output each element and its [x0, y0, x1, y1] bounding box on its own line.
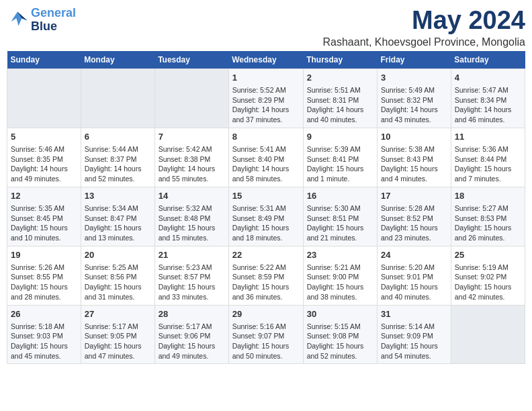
calendar-cell: 27Sunrise: 5:17 AM Sunset: 9:05 PM Dayli…: [81, 305, 154, 364]
day-number: 2: [307, 72, 373, 84]
day-number: 26: [11, 308, 77, 320]
day-number: 24: [381, 249, 447, 261]
day-number: 13: [85, 190, 151, 202]
day-number: 14: [159, 190, 225, 202]
calendar-cell: 28Sunrise: 5:17 AM Sunset: 9:06 PM Dayli…: [154, 305, 228, 364]
header-thursday: Thursday: [303, 51, 377, 69]
day-number: 7: [159, 131, 225, 143]
day-info: Sunrise: 5:27 AM Sunset: 8:53 PM Dayligh…: [455, 203, 521, 243]
logo-text: General Blue: [31, 7, 76, 34]
calendar-cell: 25Sunrise: 5:19 AM Sunset: 9:02 PM Dayli…: [451, 246, 525, 305]
header-sunday: Sunday: [7, 51, 81, 69]
day-info: Sunrise: 5:42 AM Sunset: 8:38 PM Dayligh…: [159, 144, 225, 184]
calendar-cell: 10Sunrise: 5:38 AM Sunset: 8:43 PM Dayli…: [378, 128, 451, 187]
day-number: 17: [381, 190, 447, 202]
calendar-cell: 17Sunrise: 5:28 AM Sunset: 8:52 PM Dayli…: [378, 187, 451, 246]
day-number: 18: [455, 190, 521, 202]
header-friday: Friday: [378, 51, 451, 69]
day-number: 28: [159, 308, 225, 320]
calendar-header: SundayMondayTuesdayWednesdayThursdayFrid…: [7, 51, 525, 69]
day-number: 6: [85, 131, 151, 143]
day-number: 30: [307, 308, 373, 320]
day-number: 22: [232, 249, 300, 261]
calendar-cell: 21Sunrise: 5:23 AM Sunset: 8:57 PM Dayli…: [154, 246, 228, 305]
day-number: 12: [11, 190, 77, 202]
calendar-cell: 19Sunrise: 5:26 AM Sunset: 8:55 PM Dayli…: [7, 246, 81, 305]
day-info: Sunrise: 5:30 AM Sunset: 8:51 PM Dayligh…: [307, 203, 373, 243]
day-info: Sunrise: 5:23 AM Sunset: 8:57 PM Dayligh…: [159, 263, 225, 302]
day-number: 15: [232, 190, 300, 202]
day-info: Sunrise: 5:17 AM Sunset: 9:05 PM Dayligh…: [85, 322, 151, 361]
header-wednesday: Wednesday: [228, 51, 303, 69]
page-header: General Blue May 2024 Rashaant, Khoevsgo…: [7, 7, 525, 48]
day-info: Sunrise: 5:25 AM Sunset: 8:56 PM Dayligh…: [85, 263, 151, 302]
day-info: Sunrise: 5:41 AM Sunset: 8:40 PM Dayligh…: [232, 144, 300, 184]
day-number: 25: [455, 249, 521, 261]
calendar-cell: 9Sunrise: 5:39 AM Sunset: 8:41 PM Daylig…: [303, 128, 377, 187]
calendar-cell: [81, 68, 154, 128]
calendar-table: SundayMondayTuesdayWednesdayThursdayFrid…: [7, 51, 525, 365]
day-number: 1: [232, 72, 300, 84]
calendar-cell: 15Sunrise: 5:31 AM Sunset: 8:49 PM Dayli…: [228, 187, 303, 246]
day-info: Sunrise: 5:20 AM Sunset: 9:01 PM Dayligh…: [381, 263, 447, 302]
logo-icon: [7, 11, 28, 30]
day-info: Sunrise: 5:38 AM Sunset: 8:43 PM Dayligh…: [381, 144, 447, 184]
calendar-week-3: 19Sunrise: 5:26 AM Sunset: 8:55 PM Dayli…: [7, 246, 525, 305]
day-number: 19: [11, 249, 77, 261]
calendar-cell: [451, 305, 525, 364]
day-info: Sunrise: 5:35 AM Sunset: 8:45 PM Dayligh…: [11, 203, 77, 243]
day-info: Sunrise: 5:26 AM Sunset: 8:55 PM Dayligh…: [11, 263, 77, 302]
calendar-cell: 3Sunrise: 5:49 AM Sunset: 8:32 PM Daylig…: [378, 68, 451, 128]
calendar-cell: 23Sunrise: 5:21 AM Sunset: 9:00 PM Dayli…: [303, 246, 377, 305]
calendar-week-1: 5Sunrise: 5:46 AM Sunset: 8:35 PM Daylig…: [7, 128, 525, 187]
header-monday: Monday: [81, 51, 154, 69]
calendar-cell: 31Sunrise: 5:14 AM Sunset: 9:09 PM Dayli…: [378, 305, 451, 364]
calendar-cell: 16Sunrise: 5:30 AM Sunset: 8:51 PM Dayli…: [303, 187, 377, 246]
day-info: Sunrise: 5:32 AM Sunset: 8:48 PM Dayligh…: [159, 203, 225, 243]
calendar-cell: 8Sunrise: 5:41 AM Sunset: 8:40 PM Daylig…: [228, 128, 303, 187]
day-info: Sunrise: 5:39 AM Sunset: 8:41 PM Dayligh…: [307, 144, 373, 184]
day-info: Sunrise: 5:19 AM Sunset: 9:02 PM Dayligh…: [455, 263, 521, 302]
calendar-cell: 11Sunrise: 5:36 AM Sunset: 8:44 PM Dayli…: [451, 128, 525, 187]
calendar-cell: 22Sunrise: 5:22 AM Sunset: 8:59 PM Dayli…: [228, 246, 303, 305]
calendar-cell: 24Sunrise: 5:20 AM Sunset: 9:01 PM Dayli…: [378, 246, 451, 305]
day-number: 23: [307, 249, 373, 261]
day-info: Sunrise: 5:36 AM Sunset: 8:44 PM Dayligh…: [455, 144, 521, 184]
day-info: Sunrise: 5:52 AM Sunset: 8:29 PM Dayligh…: [232, 85, 300, 125]
calendar-cell: 7Sunrise: 5:42 AM Sunset: 8:38 PM Daylig…: [154, 128, 228, 187]
day-number: 3: [381, 72, 447, 84]
calendar-week-4: 26Sunrise: 5:18 AM Sunset: 9:03 PM Dayli…: [7, 305, 525, 364]
subtitle: Rashaant, Khoevsgoel Province, Mongolia: [322, 36, 525, 48]
day-number: 11: [455, 131, 521, 143]
day-number: 5: [11, 131, 77, 143]
day-info: Sunrise: 5:34 AM Sunset: 8:47 PM Dayligh…: [85, 203, 151, 243]
calendar-cell: 6Sunrise: 5:44 AM Sunset: 8:37 PM Daylig…: [81, 128, 154, 187]
calendar-cell: 18Sunrise: 5:27 AM Sunset: 8:53 PM Dayli…: [451, 187, 525, 246]
day-info: Sunrise: 5:28 AM Sunset: 8:52 PM Dayligh…: [381, 203, 447, 243]
day-info: Sunrise: 5:15 AM Sunset: 9:08 PM Dayligh…: [307, 322, 373, 361]
day-number: 10: [381, 131, 447, 143]
calendar-cell: 5Sunrise: 5:46 AM Sunset: 8:35 PM Daylig…: [7, 128, 81, 187]
day-info: Sunrise: 5:49 AM Sunset: 8:32 PM Dayligh…: [381, 85, 447, 125]
calendar-cell: 12Sunrise: 5:35 AM Sunset: 8:45 PM Dayli…: [7, 187, 81, 246]
calendar-cell: 1Sunrise: 5:52 AM Sunset: 8:29 PM Daylig…: [228, 68, 303, 128]
day-info: Sunrise: 5:46 AM Sunset: 8:35 PM Dayligh…: [11, 144, 77, 184]
day-number: 27: [85, 308, 151, 320]
main-title: May 2024: [322, 7, 525, 35]
calendar-week-0: 1Sunrise: 5:52 AM Sunset: 8:29 PM Daylig…: [7, 68, 525, 128]
header-tuesday: Tuesday: [154, 51, 228, 69]
day-number: 21: [159, 249, 225, 261]
day-info: Sunrise: 5:17 AM Sunset: 9:06 PM Dayligh…: [159, 322, 225, 361]
calendar-cell: 30Sunrise: 5:15 AM Sunset: 9:08 PM Dayli…: [303, 305, 377, 364]
day-info: Sunrise: 5:31 AM Sunset: 8:49 PM Dayligh…: [232, 203, 300, 243]
calendar-cell: 4Sunrise: 5:47 AM Sunset: 8:34 PM Daylig…: [451, 68, 525, 128]
day-info: Sunrise: 5:47 AM Sunset: 8:34 PM Dayligh…: [455, 85, 521, 125]
day-info: Sunrise: 5:18 AM Sunset: 9:03 PM Dayligh…: [11, 322, 77, 361]
header-saturday: Saturday: [451, 51, 525, 69]
day-info: Sunrise: 5:22 AM Sunset: 8:59 PM Dayligh…: [232, 263, 300, 302]
day-info: Sunrise: 5:44 AM Sunset: 8:37 PM Dayligh…: [85, 144, 151, 184]
day-info: Sunrise: 5:16 AM Sunset: 9:07 PM Dayligh…: [232, 322, 300, 361]
logo: General Blue: [7, 7, 76, 34]
title-block: May 2024 Rashaant, Khoevsgoel Province, …: [322, 7, 525, 48]
day-number: 16: [307, 190, 373, 202]
